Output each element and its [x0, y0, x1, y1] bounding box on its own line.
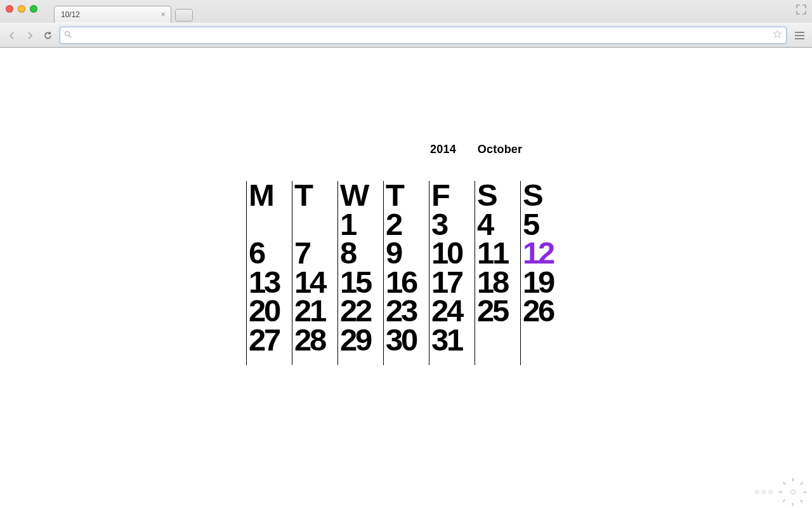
calendar-column: W18152229	[337, 181, 383, 365]
calendar-month: October	[478, 143, 522, 156]
day-of-week-header: W	[340, 181, 383, 210]
new-tab-button[interactable]	[175, 9, 193, 22]
calendar-day[interactable]: 5	[523, 210, 566, 239]
fullscreen-icon[interactable]	[796, 4, 807, 15]
calendar-day[interactable]: 21	[294, 297, 337, 326]
calendar-column: F310172431	[429, 181, 475, 365]
calendar-day[interactable]: 14	[294, 268, 337, 297]
calendar-column: T29162330	[383, 181, 429, 365]
calendar-day[interactable]: 11	[477, 239, 520, 268]
toolbar	[0, 23, 812, 47]
day-of-week-header: T	[294, 181, 337, 210]
calendar-day[interactable]: 29	[340, 326, 383, 355]
calendar-day[interactable]: 27	[249, 326, 292, 355]
calendar-column: S41118250	[475, 181, 520, 365]
calendar-column: S51219260	[520, 181, 566, 365]
calendar-day[interactable]: 20	[249, 297, 292, 326]
calendar-day[interactable]: 2	[386, 210, 429, 239]
calendar: 2014 October M06132027T07142128W18152229…	[246, 143, 566, 365]
calendar-day[interactable]: 9	[386, 239, 429, 268]
calendar-day[interactable]: 15	[340, 268, 383, 297]
calendar-grid: M06132027T07142128W18152229T29162330F310…	[246, 181, 566, 365]
calendar-day[interactable]: 25	[477, 297, 520, 326]
calendar-day[interactable]: 1	[340, 210, 383, 239]
url-input[interactable]	[75, 30, 773, 40]
calendar-day[interactable]: 4	[477, 210, 520, 239]
calendar-day[interactable]: 17	[431, 268, 475, 297]
close-tab-icon[interactable]: ×	[160, 10, 166, 18]
calendar-day[interactable]: 12	[523, 239, 566, 268]
calendar-year: 2014	[430, 143, 456, 156]
calendar-day[interactable]: 18	[477, 268, 520, 297]
zoom-window-button[interactable]	[30, 5, 37, 13]
calendar-day[interactable]: 16	[386, 268, 429, 297]
calendar-day[interactable]: 28	[294, 326, 337, 355]
calendar-day[interactable]: 31	[431, 326, 475, 355]
browser-tab[interactable]: 10/12 ×	[54, 6, 171, 23]
calendar-day[interactable]: 23	[386, 297, 429, 326]
tab-title: 10/12	[61, 10, 80, 19]
calendar-day[interactable]: 22	[340, 297, 383, 326]
bookmark-star-icon[interactable]	[773, 29, 782, 41]
calendar-header: 2014 October	[430, 143, 522, 156]
page-content: 2014 October M06132027T07142128W18152229…	[0, 48, 812, 508]
close-window-button[interactable]	[6, 5, 13, 13]
day-of-week-header: S	[477, 181, 520, 210]
back-button[interactable]	[6, 30, 18, 41]
calendar-day[interactable]: 6	[249, 239, 292, 268]
day-of-week-header: F	[431, 181, 475, 210]
svg-point-0	[65, 31, 70, 36]
calendar-day[interactable]: 24	[431, 297, 475, 326]
calendar-day[interactable]: 26	[523, 297, 566, 326]
titlebar: 10/12 ×	[0, 0, 812, 23]
calendar-day[interactable]: 3	[431, 210, 475, 239]
calendar-day[interactable]: 19	[523, 268, 566, 297]
tab-strip: 10/12 ×	[54, 5, 193, 23]
day-of-week-header: S	[523, 181, 566, 210]
calendar-column: T07142128	[292, 181, 337, 365]
hamburger-menu-icon[interactable]	[793, 32, 806, 39]
calendar-day[interactable]: 8	[340, 239, 383, 268]
reload-button[interactable]	[42, 30, 53, 41]
browser-chrome: 10/12 ×	[0, 0, 812, 48]
day-of-week-header: T	[386, 181, 429, 210]
forward-button[interactable]	[24, 30, 36, 41]
brightness-icon[interactable]	[785, 485, 801, 500]
calendar-day[interactable]: 30	[386, 326, 429, 355]
window-controls	[6, 5, 37, 13]
calendar-day[interactable]: 10	[431, 239, 475, 268]
calendar-day[interactable]: 13	[249, 268, 292, 297]
more-options-icon[interactable]	[755, 490, 773, 494]
day-of-week-header: M	[249, 181, 292, 210]
address-bar[interactable]	[60, 27, 787, 44]
calendar-day[interactable]: 7	[294, 239, 337, 268]
minimize-window-button[interactable]	[18, 5, 25, 13]
calendar-column: M06132027	[246, 181, 292, 365]
svg-line-1	[69, 36, 72, 38]
search-icon	[64, 30, 72, 41]
footer-controls	[755, 485, 801, 500]
